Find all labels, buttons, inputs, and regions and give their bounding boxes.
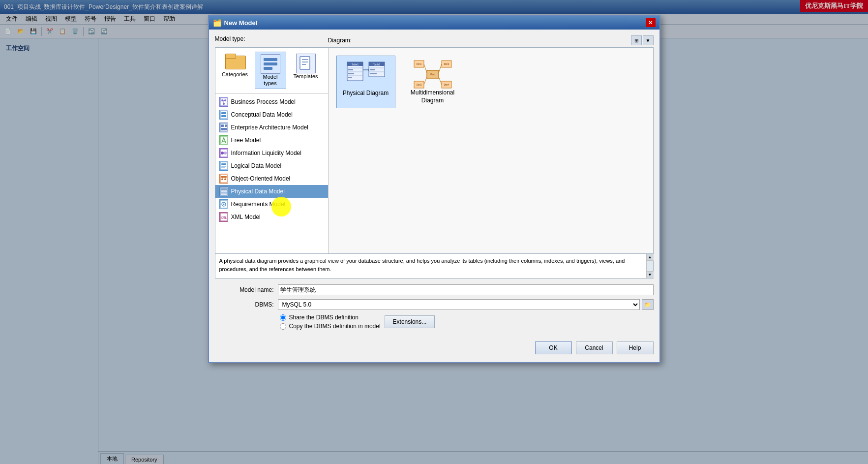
svg-line-76: [439, 77, 442, 85]
model-type-xml[interactable]: XML XML Model: [215, 211, 328, 223]
radio-group: Share the DBMS definition Copy the DBMS …: [280, 314, 381, 330]
svg-point-24: [224, 152, 227, 155]
dbms-browse-btn[interactable]: 📁: [642, 299, 654, 310]
scrollbar-up-btn[interactable]: ▲: [647, 254, 654, 261]
radio-copy[interactable]: [280, 323, 286, 330]
svg-point-42: [223, 204, 224, 205]
ldm-icon: [219, 161, 228, 171]
model-type-logical[interactable]: Logical Data Model: [215, 159, 328, 172]
model-type-requirements[interactable]: Requirements Model: [215, 198, 328, 211]
model-name-row: Model name:: [215, 284, 654, 295]
svg-rect-15: [221, 115, 226, 117]
svg-rect-13: [220, 111, 227, 119]
category-icons: Categories Model t: [215, 48, 328, 93]
fm-icon: [219, 135, 228, 145]
ilm-icon: [219, 148, 228, 158]
description-scrollbar[interactable]: ▲ ▼: [646, 254, 653, 278]
svg-rect-18: [225, 124, 227, 127]
pdm-icon: [219, 186, 228, 196]
svg-rect-36: [221, 188, 227, 190]
svg-text:Dim3: Dim3: [416, 84, 421, 86]
model-type-free[interactable]: Free Model: [215, 134, 328, 147]
new-model-dialog: 🗂️ New Model ✕ Model type: Diagram: ⊞ ▼: [208, 15, 660, 363]
cdm-icon: [219, 110, 228, 120]
svg-line-74: [439, 64, 442, 73]
view-large-icon-btn[interactable]: ⊞: [631, 35, 642, 45]
model-type-header: Model type:: [215, 35, 328, 45]
model-type-oom[interactable]: Object-Oriented Model: [215, 172, 328, 185]
oom-icon: [219, 174, 228, 184]
svg-rect-2: [264, 67, 272, 70]
model-types-icon-item[interactable]: Model types: [255, 52, 286, 89]
radio-share[interactable]: [280, 314, 286, 321]
categories-label: Categories: [222, 71, 248, 78]
app-background: 001_项目实战_数据库设计软件_PowerDesigner_软件简介和表创建案…: [0, 0, 868, 464]
multidimensional-diagram-thumbnail: Fact Dim1 Dim2 Dim3 Dim4: [413, 60, 452, 89]
dialog-title: New Model: [224, 19, 258, 27]
dialog-close-button[interactable]: ✕: [646, 18, 656, 27]
description-area: A physical data diagram provides a graph…: [215, 254, 654, 278]
help-button[interactable]: Help: [617, 341, 654, 354]
panels-row: Categories Model t: [215, 47, 654, 254]
svg-rect-29: [220, 175, 227, 183]
model-type-business-process[interactable]: Business Process Model: [215, 95, 328, 108]
diagram-area-header: Diagram: ⊞ ▼: [328, 35, 654, 45]
left-panel: Categories Model t: [215, 48, 329, 253]
radio-share-label[interactable]: Share the DBMS definition: [280, 314, 381, 321]
svg-rect-0: [264, 58, 277, 61]
categories-icon-item[interactable]: Categories: [219, 52, 251, 80]
extensions-button[interactable]: Extensions...: [385, 315, 435, 328]
svg-rect-60: [370, 73, 377, 74]
dbms-label: DBMS:: [215, 301, 274, 308]
svg-rect-31: [221, 179, 223, 180]
radio-copy-label[interactable]: Copy the DBMS definition in model: [280, 323, 381, 330]
view-dropdown-btn[interactable]: ▼: [643, 35, 654, 45]
svg-rect-1: [264, 62, 277, 65]
button-row: OK Cancel Help: [215, 338, 654, 356]
svg-rect-53: [348, 77, 352, 78]
dbms-select-row: MySQL 5.0 Oracle 11g SQL Server 2012 📁: [278, 299, 654, 310]
multidimensional-diagram-label: Multidimensional Diagram: [407, 89, 458, 104]
model-type-physical[interactable]: Physical Data Model: [215, 185, 328, 198]
right-panel: Table1 Table2: [329, 48, 653, 253]
description-text: A physical data diagram provides a graph…: [219, 258, 625, 272]
ok-button[interactable]: OK: [535, 341, 572, 354]
scrollbar-down-btn[interactable]: ▼: [647, 271, 654, 278]
model-types-icon: [261, 54, 280, 74]
svg-text:Dim4: Dim4: [444, 84, 449, 86]
svg-line-73: [424, 64, 427, 73]
svg-text:Dim1: Dim1: [416, 63, 421, 65]
dialog-body: Model type: Diagram: ⊞ ▼: [209, 30, 659, 362]
svg-rect-3: [300, 57, 310, 69]
svg-rect-14: [221, 112, 226, 114]
templates-icon-item[interactable]: Templates: [290, 52, 322, 82]
diagram-view-buttons: ⊞ ▼: [631, 35, 654, 45]
model-type-conceptual[interactable]: Conceptual Data Model: [215, 108, 328, 121]
form-area: Model name: DBMS: MySQL 5.0 Oracle 11g S…: [215, 278, 654, 338]
svg-rect-17: [221, 124, 224, 127]
header-row: Model type: Diagram: ⊞ ▼: [215, 35, 654, 45]
svg-point-23: [221, 152, 224, 155]
model-name-input[interactable]: [278, 284, 654, 295]
eam-icon: [219, 123, 228, 132]
svg-text:Table2: Table2: [373, 63, 380, 66]
svg-text:Dim2: Dim2: [444, 63, 449, 65]
svg-text:Table1: Table1: [351, 63, 359, 66]
svg-rect-26: [221, 163, 226, 165]
physical-diagram-label: Physical Diagram: [343, 90, 389, 97]
diagram-item-multidimensional[interactable]: Fact Dim1 Dim2 Dim3 Dim4: [403, 56, 462, 108]
dbms-select[interactable]: MySQL 5.0 Oracle 11g SQL Server 2012: [278, 299, 640, 310]
categories-folder-icon: [225, 54, 245, 69]
xml-icon: XML: [219, 212, 228, 222]
svg-text:XML: XML: [221, 216, 227, 220]
cancel-button[interactable]: Cancel: [576, 341, 613, 354]
svg-line-75: [424, 77, 427, 85]
model-type-enterprise[interactable]: Enterprise Architecture Model: [215, 121, 328, 134]
model-type-ilm[interactable]: Information Liquidity Model: [215, 147, 328, 159]
svg-rect-25: [220, 162, 227, 170]
modal-overlay: 🗂️ New Model ✕ Model type: Diagram: ⊞ ▼: [0, 0, 868, 464]
svg-rect-19: [221, 128, 227, 130]
diagram-item-physical[interactable]: Table1 Table2: [336, 56, 395, 108]
svg-point-10: [223, 103, 225, 105]
model-type-list: Business Process Model: [215, 93, 328, 253]
